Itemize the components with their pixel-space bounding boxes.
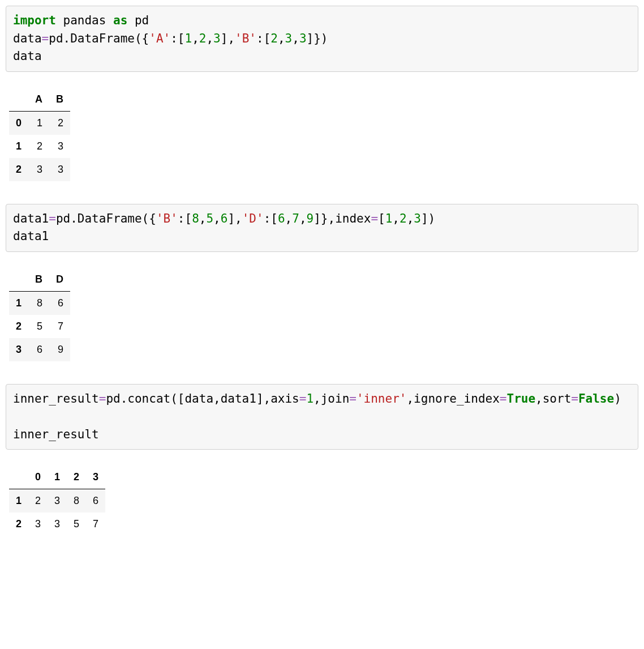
dataframe-output: AB012123233 [9,88,70,181]
row-index: 2 [9,513,28,536]
code-cell[interactable]: import pandas as pd data=pd.DataFrame({'… [6,6,638,72]
cell-value: 2 [49,111,70,135]
row-index: 1 [9,291,28,315]
cell-value: 8 [67,489,86,513]
cell-value: 7 [86,513,105,536]
table-row: 257 [9,315,70,338]
dataframe-output: 01231238623357 [9,466,105,536]
table-row: 123 [9,135,70,158]
cell-value: 6 [28,338,49,361]
cell-value: 3 [49,135,70,158]
cell-value: 3 [48,513,67,536]
table-corner [9,268,28,292]
column-header: 2 [67,466,86,489]
cell-value: 3 [28,158,49,181]
row-index: 2 [9,315,28,338]
table-corner [9,88,28,112]
cell-value: 3 [49,158,70,181]
cell-value: 8 [28,291,49,315]
column-header: 3 [86,466,105,489]
code-cell[interactable]: data1=pd.DataFrame({'B':[8,5,6],'D':[6,7… [6,204,638,252]
cell-value: 1 [28,111,49,135]
table-row: 012 [9,111,70,135]
column-header: B [49,88,70,112]
cell-value: 2 [28,489,48,513]
table-row: 369 [9,338,70,361]
cell-value: 2 [28,135,49,158]
cell-value: 6 [49,291,70,315]
cell-value: 6 [86,489,105,513]
column-header: 0 [28,466,48,489]
table-row: 12386 [9,489,105,513]
column-header: 1 [48,466,67,489]
cell-value: 3 [48,489,67,513]
table-row: 23357 [9,513,105,536]
code-cell[interactable]: inner_result=pd.concat([data,data1],axis… [6,384,638,450]
row-index: 1 [9,489,28,513]
table-corner [9,466,28,489]
cell-value: 5 [67,513,86,536]
dataframe-output: BD186257369 [9,268,70,361]
row-index: 0 [9,111,28,135]
cell-value: 5 [28,315,49,338]
cell-value: 9 [49,338,70,361]
table-row: 233 [9,158,70,181]
cell-value: 3 [28,513,48,536]
column-header: D [49,268,70,292]
row-index: 1 [9,135,28,158]
cell-value: 7 [49,315,70,338]
notebook-root: import pandas as pd data=pd.DataFrame({'… [6,6,638,536]
row-index: 2 [9,158,28,181]
column-header: A [28,88,49,112]
table-row: 186 [9,291,70,315]
column-header: B [28,268,49,292]
row-index: 3 [9,338,28,361]
